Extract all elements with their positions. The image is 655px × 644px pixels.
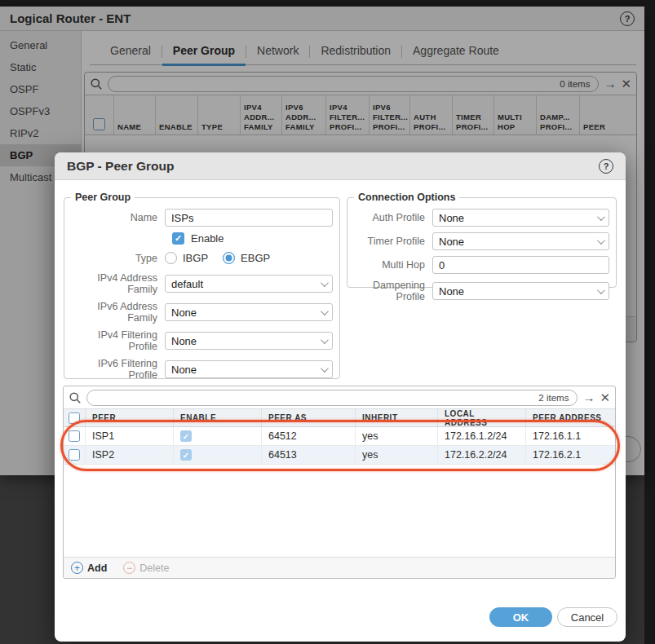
row-select-cell (64, 427, 86, 445)
ok-button[interactable]: OK (489, 607, 552, 627)
ibgp-radio[interactable] (165, 252, 177, 264)
column-header-peer-as[interactable]: PEER AS (262, 409, 356, 426)
dialog-help-icon[interactable]: ? (599, 159, 613, 174)
dialog-header: BGP - Peer Group ? (55, 152, 626, 180)
cell-enable (174, 427, 262, 445)
auth-profile-label: Auth Profile (354, 212, 432, 223)
auth-profile-value: None (439, 212, 464, 224)
chevron-down-icon (321, 307, 329, 315)
name-label: Name (71, 212, 165, 223)
peer-filter-input[interactable]: 2 items (86, 390, 578, 406)
ipv6-address-family-label: IPv6 Address Family (71, 301, 165, 324)
cell-peer-as: 64512 (262, 427, 356, 445)
column-header-peer[interactable]: PEER (86, 409, 174, 426)
delete-label: Delete (139, 562, 169, 574)
ipv4-address-family-select[interactable]: default (165, 275, 333, 293)
cell-peer-as: 64513 (262, 446, 356, 464)
cell-peer[interactable]: ISP2 (86, 446, 174, 464)
timer-profile-select[interactable]: None (432, 232, 609, 250)
ebgp-radio[interactable] (223, 252, 235, 264)
ipv6-filtering-profile-label: IPv6 Filtering Profile (71, 358, 165, 381)
auth-profile-select[interactable]: None (432, 209, 609, 227)
ipv4-address-family-label: IPv4 Address Family (71, 272, 165, 295)
dampening-profile-label: Dampening Profile (354, 280, 432, 302)
chevron-down-icon (321, 336, 329, 344)
ipv4-address-family-value: default (171, 278, 203, 290)
chevron-down-icon (321, 279, 329, 287)
cell-peer[interactable]: ISP1 (86, 427, 174, 445)
select-all-cell (64, 409, 86, 426)
apply-filter-arrow-icon[interactable]: → (582, 391, 595, 404)
timer-profile-value: None (439, 236, 464, 248)
clear-filter-icon[interactable]: ✕ (600, 391, 610, 404)
dialog-title: BGP - Peer Group (67, 159, 599, 174)
dampening-profile-row: Dampening Profile None (354, 280, 609, 302)
table-row[interactable]: ISP2 64513 yes 172.16.2.2/24 172.16.2.1 (64, 446, 615, 465)
type-row: Type IBGP EBGP (71, 252, 333, 264)
enable-label: Enable (191, 232, 223, 245)
ipv6-filtering-profile-select[interactable]: None (165, 360, 333, 378)
bgp-peer-group-dialog: BGP - Peer Group ? Peer Group Name ISPs … (55, 152, 626, 642)
cell-local-address: 172.16.1.2/24 (438, 427, 526, 445)
multi-hop-row: Multi Hop 0 (354, 256, 609, 274)
delete-peer-button[interactable]: − Delete (123, 562, 169, 574)
ipv4-filtering-profile-label: IPv4 Filtering Profile (71, 329, 165, 352)
column-header-local-address[interactable]: LOCAL ADDRESS (438, 409, 526, 426)
add-label: Add (87, 562, 107, 574)
enable-checkbox[interactable] (172, 232, 184, 245)
add-peer-button[interactable]: + Add (71, 562, 107, 574)
table-row[interactable]: ISP1 64512 yes 172.16.1.2/24 172.16.1.1 (64, 427, 615, 446)
ipv4-address-family-row: IPv4 Address Family default (71, 272, 333, 295)
type-label: Type (71, 253, 165, 264)
plus-icon: + (71, 562, 83, 574)
chevron-down-icon (597, 236, 605, 245)
multi-hop-field[interactable]: 0 (432, 256, 609, 274)
enable-row: Enable (172, 232, 333, 245)
cell-inherit: yes (356, 427, 438, 445)
row-checkbox[interactable] (69, 430, 80, 442)
peer-group-legend: Peer Group (71, 192, 135, 203)
ebgp-label: EBGP (241, 252, 270, 264)
auth-profile-row: Auth Profile None (354, 209, 609, 227)
cell-enable (174, 446, 262, 464)
cell-peer-address: 172.16.1.1 (526, 427, 615, 445)
cell-inherit: yes (356, 446, 438, 464)
row-checkbox[interactable] (69, 449, 80, 461)
ipv6-filtering-profile-value: None (171, 364, 197, 376)
column-header-enable[interactable]: ENABLE (174, 409, 262, 426)
minus-icon: − (123, 562, 135, 574)
column-header-inherit[interactable]: INHERIT (356, 409, 438, 426)
column-header-peer-address[interactable]: PEER ADDRESS (526, 409, 615, 426)
chevron-down-icon (597, 213, 605, 221)
dampening-profile-value: None (439, 285, 464, 298)
name-field[interactable]: ISPs (165, 209, 333, 227)
ipv6-filtering-profile-row: IPv6 Filtering Profile None (71, 358, 333, 381)
ipv6-address-family-value: None (171, 307, 197, 319)
peer-items-count-badge: 2 items (538, 393, 569, 403)
row-select-cell (64, 446, 86, 464)
name-row: Name ISPs (71, 209, 333, 227)
cell-local-address: 172.16.2.2/24 (438, 446, 526, 464)
ipv6-address-family-select[interactable]: None (165, 303, 333, 321)
select-all-checkbox[interactable] (69, 412, 80, 424)
cell-peer-address: 172.16.2.1 (526, 446, 615, 464)
peer-table-header-row: PEER ENABLE PEER AS INHERIT LOCAL ADDRES… (64, 408, 615, 427)
chevron-down-icon (597, 286, 605, 294)
cancel-button[interactable]: Cancel (557, 607, 617, 627)
connection-options-legend: Connection Options (354, 192, 459, 203)
dampening-profile-select[interactable]: None (432, 282, 609, 300)
ipv4-filtering-profile-select[interactable]: None (165, 332, 333, 350)
ipv6-address-family-row: IPv6 Address Family None (71, 301, 333, 324)
multi-hop-label: Multi Hop (354, 259, 432, 271)
enabled-checkbox (180, 430, 192, 442)
peer-table-body-empty (64, 465, 615, 557)
peer-table-filter-bar: 2 items → ✕ (64, 386, 615, 408)
ipv4-filtering-profile-row: IPv4 Filtering Profile None (71, 329, 333, 352)
timer-profile-label: Timer Profile (354, 236, 432, 247)
timer-profile-row: Timer Profile None (354, 232, 609, 250)
connection-options-fieldset: Connection Options Auth Profile None Tim… (347, 192, 617, 288)
search-icon (69, 391, 82, 404)
peer-group-fieldset: Peer Group Name ISPs Enable Type IBGP EB… (64, 192, 340, 379)
peer-table-panel: 2 items → ✕ PEER ENABLE PEER AS INHERIT … (63, 386, 616, 579)
ibgp-label: IBGP (183, 252, 208, 264)
